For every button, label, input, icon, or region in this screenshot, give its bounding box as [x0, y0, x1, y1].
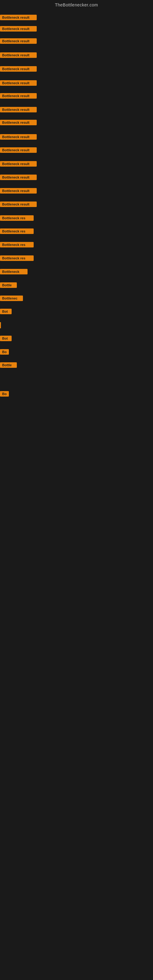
bottleneck-badge-21[interactable]: Bottle — [0, 282, 17, 288]
bottleneck-badge-10[interactable]: Bottleneck result — [0, 134, 37, 140]
orange-line-24 — [0, 322, 1, 328]
site-title: TheBottlenecker.com — [0, 0, 153, 9]
bottleneck-badge-27[interactable]: Bottle — [0, 362, 17, 368]
bottleneck-badge-18[interactable]: Bottleneck res — [0, 242, 33, 247]
bottleneck-badge-25[interactable]: Bot — [0, 336, 12, 341]
bottleneck-badge-14[interactable]: Bottleneck result — [0, 188, 37, 194]
bottleneck-badge-19[interactable]: Bottleneck res — [0, 255, 33, 261]
bottleneck-badge-6[interactable]: Bottleneck result — [0, 80, 37, 86]
bottleneck-badge-2[interactable]: Bottleneck result — [0, 26, 37, 32]
bottleneck-badge-20[interactable]: Bottleneck — [0, 269, 27, 274]
bottleneck-badge-11[interactable]: Bottleneck result — [0, 147, 37, 153]
bottleneck-badge-12[interactable]: Bottleneck result — [0, 161, 37, 167]
bottleneck-badge-9[interactable]: Bottleneck result — [0, 120, 37, 125]
bottleneck-badge-3[interactable]: Bottleneck result — [0, 38, 37, 44]
bottleneck-badge-17[interactable]: Bottleneck res — [0, 229, 33, 234]
bottleneck-badge-22[interactable]: Bottlenec — [0, 296, 23, 301]
bottleneck-badge-5[interactable]: Bottleneck result — [0, 66, 37, 72]
bottleneck-badge-1[interactable]: Bottleneck result — [0, 15, 37, 20]
bottleneck-badge-7[interactable]: Bottleneck result — [0, 93, 37, 99]
bottleneck-badge-23[interactable]: Bot — [0, 309, 12, 314]
bottleneck-badge-13[interactable]: Bottleneck result — [0, 175, 37, 180]
bottleneck-badge-29[interactable]: Bo — [0, 391, 9, 396]
bottleneck-badge-4[interactable]: Bottleneck result — [0, 52, 37, 58]
bottleneck-badge-15[interactable]: Bottleneck result — [0, 202, 37, 207]
bottleneck-badge-26[interactable]: Bo — [0, 349, 9, 355]
bottleneck-badge-8[interactable]: Bottleneck result — [0, 107, 37, 112]
bottleneck-badge-16[interactable]: Bottleneck res — [0, 215, 33, 221]
